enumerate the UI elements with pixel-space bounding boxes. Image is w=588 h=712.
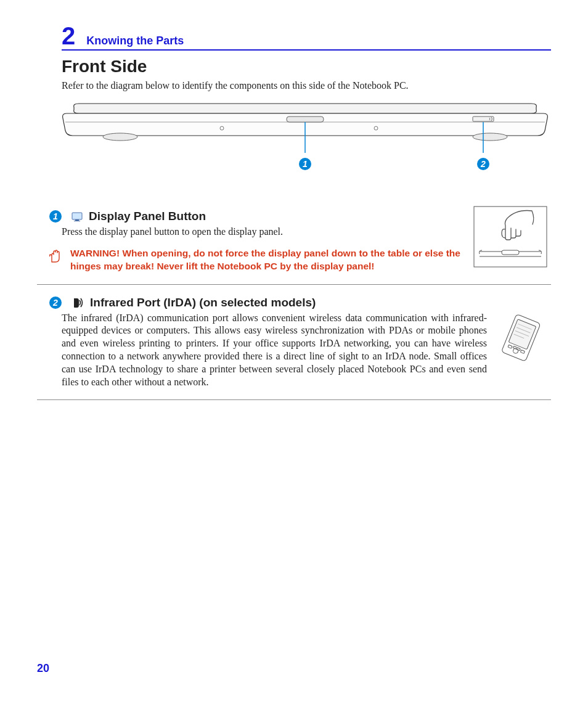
item-body-2-text: The infrared (IrDA) communication port a… [62,313,487,387]
divider [37,284,551,285]
hand-press-illustration [473,206,547,268]
item-display-panel-button: 1 Display Panel Button Press the display… [37,210,551,273]
item-title-1: Display Panel Button [89,210,206,223]
diagram-callout-2: 2 [477,158,489,170]
page-number: 20 [37,662,49,675]
diagram-callout-1: 1 [299,158,311,170]
warning-block: WARNING! When opening, do not force the … [48,247,471,273]
item-body-1: Press the display panel button to open t… [62,226,471,239]
svg-rect-10 [75,219,79,221]
item-number-1: 1 [49,210,62,223]
svg-rect-5 [287,117,324,122]
pda-illustration [494,314,551,362]
section-title: Front Side [62,57,551,76]
monitor-icon [71,212,83,221]
svg-point-2 [473,133,507,141]
hand-warning-icon [48,248,62,263]
front-side-diagram: 1 2 [62,100,551,191]
section-intro: Refer to the diagram below to identify t… [62,80,551,91]
warning-text: WARNING! When opening, do not force the … [70,247,471,273]
svg-rect-6 [473,117,494,121]
svg-rect-9 [72,213,82,219]
item-title-2: Infrared Port (IrDA) (on selected models… [90,296,316,309]
chapter-number: 2 [62,23,75,48]
item-infrared-port: 2 Infrared Port (IrDA) (on selected mode… [37,296,551,389]
irda-icon [71,297,84,309]
svg-point-1 [103,133,137,141]
item-number-2: 2 [49,297,62,309]
divider-2 [37,399,551,400]
item-body-2: The infrared (IrDA) communication port a… [62,312,551,389]
svg-rect-13 [502,250,519,255]
chapter-header: 2 Knowing the Parts [62,23,551,51]
chapter-title: Knowing the Parts [86,35,184,47]
svg-rect-11 [74,221,80,221]
